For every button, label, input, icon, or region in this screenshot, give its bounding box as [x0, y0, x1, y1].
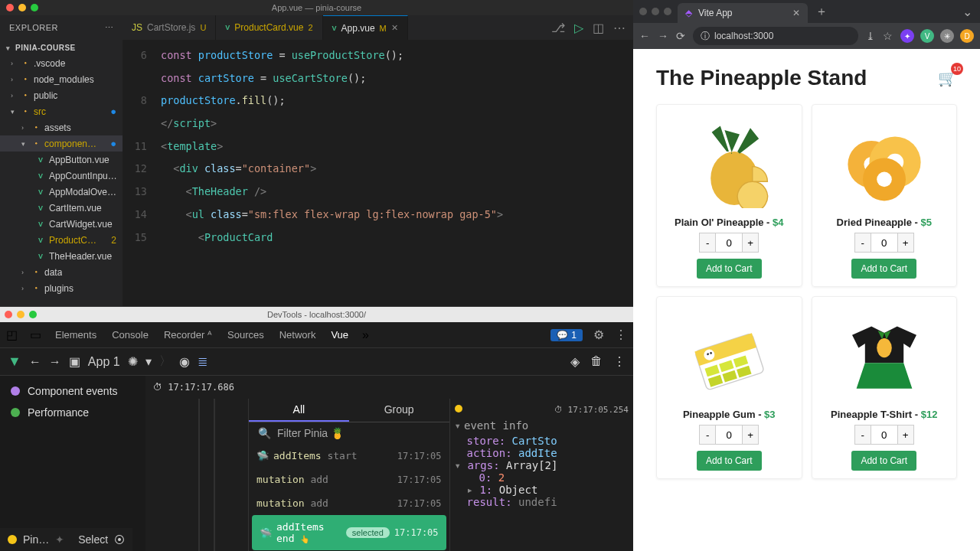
- layers-icon[interactable]: ◈: [570, 354, 580, 369]
- page-icon[interactable]: ▣: [69, 354, 80, 369]
- tab-console[interactable]: Console: [110, 326, 150, 344]
- split-icon[interactable]: ◫: [593, 21, 604, 35]
- tree-file[interactable]: VAppModalOver…: [0, 184, 122, 200]
- more-icon[interactable]: ⋯: [613, 21, 626, 35]
- tree-folder[interactable]: ▾🞄src●: [0, 103, 122, 119]
- editor-titlebar: App.vue — pinia-course: [0, 0, 633, 15]
- page-content: The Pineapple Stand 🛒 10 Plain Ol' Pinea…: [633, 49, 980, 551]
- device-icon[interactable]: ▭: [30, 328, 41, 342]
- select-button[interactable]: Select: [78, 533, 108, 546]
- tree-folder[interactable]: ›🞄assets: [0, 119, 122, 135]
- overflow-icon[interactable]: »: [362, 328, 369, 342]
- vue-icon: V: [35, 155, 46, 165]
- close-icon[interactable]: ✕: [391, 23, 398, 33]
- quantity-stepper[interactable]: -+: [854, 425, 914, 445]
- tree-file[interactable]: VAppButton.vue: [0, 152, 122, 168]
- code-editor[interactable]: 6const productStore = useProductStore();…: [122, 40, 633, 306]
- tab-appvue[interactable]: VApp.vueM✕: [323, 15, 408, 40]
- editor-tabs: JSCartStore.jsU VProductCard.vue2 VApp.v…: [122, 15, 633, 40]
- eye-off-icon[interactable]: ⦿: [114, 533, 125, 546]
- browser-tab[interactable]: ⬘ Vite App ✕: [678, 3, 808, 23]
- install-icon[interactable]: ⤓: [866, 30, 875, 42]
- messages-badge[interactable]: 💬 1: [550, 329, 583, 341]
- add-to-cart-button[interactable]: Add to Cart: [697, 451, 762, 471]
- add-to-cart-button[interactable]: Add to Cart: [851, 259, 916, 279]
- extension-icon[interactable]: ✦: [900, 29, 914, 43]
- decrement-button: -: [699, 425, 716, 445]
- tree-folder[interactable]: ›🞄node_modules: [0, 71, 122, 87]
- tab-network[interactable]: Network: [278, 326, 318, 344]
- forward-icon[interactable]: →: [658, 30, 668, 42]
- gear-icon[interactable]: ✺: [128, 354, 138, 369]
- kebab-icon[interactable]: ⋮: [615, 328, 627, 342]
- chevron-down-icon[interactable]: ▾: [145, 354, 152, 369]
- app-selector[interactable]: App 1: [88, 355, 120, 369]
- vue-icon: V: [35, 219, 46, 230]
- product-card: Pineapple T-Shirt - $12 -+ Add to Cart: [812, 296, 958, 479]
- add-to-cart-button[interactable]: Add to Cart: [697, 259, 762, 279]
- chevron-down-icon[interactable]: ⌄: [955, 5, 980, 19]
- project-root[interactable]: ▾ PINIA-COURSE: [0, 41, 122, 55]
- tree-file[interactable]: VProductC…2: [0, 232, 122, 248]
- back-icon[interactable]: ←: [29, 355, 41, 369]
- tree-folder[interactable]: ▾🞄componen…●: [0, 135, 122, 152]
- window-controls[interactable]: [639, 8, 671, 15]
- tab-sources[interactable]: Sources: [226, 326, 266, 344]
- divider-icon: 〉: [159, 354, 172, 370]
- vue-devtools-ext-icon[interactable]: V: [920, 29, 934, 43]
- branch-icon[interactable]: ⎇: [551, 21, 565, 35]
- play-icon[interactable]: ▷: [574, 21, 583, 35]
- tree-folder[interactable]: ›🞄.vscode: [0, 55, 122, 71]
- events-tab-group[interactable]: Group: [349, 399, 449, 422]
- tab-productcard[interactable]: VProductCard.vue2: [216, 15, 322, 40]
- add-to-cart-button[interactable]: Add to Cart: [851, 451, 916, 471]
- extension-icon[interactable]: ✳: [940, 29, 954, 43]
- lane-performance[interactable]: Performance: [0, 402, 145, 423]
- tree-folder[interactable]: ›🞄public: [0, 87, 122, 103]
- new-tab-button[interactable]: ＋: [808, 1, 835, 23]
- window-controls[interactable]: [6, 4, 38, 11]
- tree-file[interactable]: VCartItem.vue: [0, 200, 122, 216]
- explorer-more-icon[interactable]: ⋯: [105, 23, 114, 33]
- event-row[interactable]: mutation add17:17:05: [249, 468, 449, 491]
- vue-logo-icon: ▼: [8, 354, 21, 370]
- quantity-stepper[interactable]: -+: [699, 233, 759, 253]
- inspect-icon[interactable]: ◰: [6, 328, 18, 342]
- kebab-icon[interactable]: ⋮: [613, 354, 626, 369]
- tab-vue[interactable]: Vue: [329, 326, 350, 344]
- events-tab-all[interactable]: All: [249, 399, 349, 422]
- back-icon[interactable]: ←: [639, 30, 650, 42]
- gear-icon[interactable]: ⚙: [593, 328, 604, 342]
- reload-icon[interactable]: ⟳: [676, 30, 685, 42]
- url-bar[interactable]: ⓘ localhost:3000: [693, 27, 858, 45]
- event-row[interactable]: mutation add17:17:05: [249, 491, 449, 515]
- lane-component-events[interactable]: Component events: [0, 380, 145, 402]
- trash-icon[interactable]: 🗑: [590, 354, 603, 369]
- tree-folder[interactable]: ›🞄data: [0, 264, 122, 280]
- cart-count-badge: 10: [951, 63, 963, 75]
- tree-file[interactable]: VCartWidget.vue: [0, 216, 122, 232]
- quantity-stepper[interactable]: -+: [854, 233, 914, 253]
- window-controls[interactable]: [5, 311, 37, 318]
- tab-cartstore[interactable]: JSCartStore.jsU: [122, 15, 216, 40]
- tree-file[interactable]: VAppCountInpu…: [0, 168, 122, 184]
- tree-folder[interactable]: ›🞄plugins: [0, 280, 122, 296]
- cart-button[interactable]: 🛒 10: [938, 69, 957, 87]
- product-card: Pineapple Gum - $3 -+ Add to Cart: [656, 296, 802, 479]
- filter-input[interactable]: 🔍 Filter Pinia 🍍: [249, 422, 449, 444]
- vue-icon: V: [35, 251, 46, 262]
- tab-elements[interactable]: Elements: [54, 326, 98, 344]
- compass-icon[interactable]: ◉: [179, 354, 190, 369]
- timeline-icon[interactable]: ≣: [198, 354, 207, 369]
- close-icon[interactable]: ✕: [792, 8, 800, 18]
- event-row[interactable]: 🛸addItems start17:17:05: [249, 444, 449, 468]
- profile-icon[interactable]: D: [960, 29, 974, 43]
- tree-file[interactable]: VTheHeader.vue: [0, 248, 122, 264]
- timeline-track[interactable]: [145, 399, 249, 551]
- quantity-stepper[interactable]: -+: [699, 425, 759, 445]
- forward-icon[interactable]: →: [49, 355, 61, 369]
- bookmark-icon[interactable]: ☆: [883, 30, 893, 42]
- puzzle-icon[interactable]: ✦: [55, 533, 64, 546]
- event-row-selected[interactable]: 🛸addItems end 👆selected17:17:05: [252, 515, 446, 550]
- tab-recorder[interactable]: Recorder ᴬ: [162, 326, 214, 344]
